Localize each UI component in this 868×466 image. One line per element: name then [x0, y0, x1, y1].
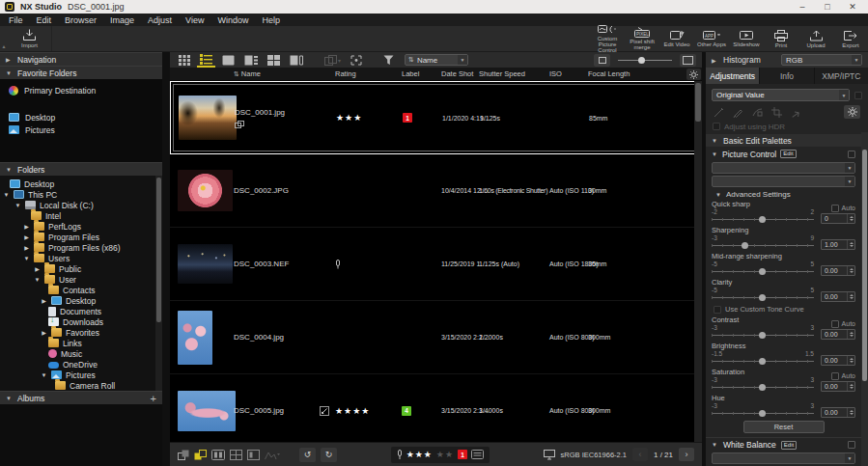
tree-item-desktop-user[interactable]: ▶Desktop	[0, 295, 162, 306]
navigation-section-header[interactable]: ▶ Navigation	[0, 52, 162, 66]
menu-help[interactable]: Help	[255, 15, 287, 25]
mid-range-value[interactable]: 0.00	[821, 265, 855, 276]
favorite-primary-destination[interactable]: Primary Destination	[0, 84, 162, 96]
close-button[interactable]: ✕	[842, 2, 863, 12]
tab-adjustments[interactable]: Adjustments	[706, 68, 759, 84]
photo-thumbnail[interactable]	[179, 96, 237, 140]
favorite-pictures[interactable]: Pictures	[0, 123, 162, 136]
brightness-value[interactable]: 0.00	[821, 355, 855, 366]
tree-item-intel[interactable]: Intel	[0, 210, 162, 221]
tab-xmp-iptc[interactable]: XMP/IPTC	[815, 68, 868, 84]
mid-range-slider[interactable]	[712, 267, 814, 276]
tree-item-contacts[interactable]: Contacts	[0, 285, 162, 295]
folders-section-header[interactable]: ▼ Folders	[0, 162, 162, 176]
saturation-slider[interactable]	[712, 383, 814, 392]
quick-sharp-value[interactable]: 0	[821, 213, 855, 224]
stepper-icon[interactable]	[847, 240, 854, 249]
tree-item-documents[interactable]: Documents	[0, 306, 162, 316]
group-pairs-icon-active[interactable]	[194, 450, 207, 460]
brightness-slider[interactable]	[712, 357, 814, 366]
export-button[interactable]: Export	[833, 26, 868, 51]
tree-item-public[interactable]: ▶Public	[0, 263, 162, 274]
filmstrip-toggle-icon[interactable]	[211, 450, 225, 460]
stepper-icon[interactable]	[847, 214, 854, 223]
tree-item-camera-roll[interactable]: Camera Roll	[0, 380, 162, 391]
rotate-cw-button[interactable]: ↻	[321, 448, 337, 462]
quick-sharp-slider[interactable]	[712, 215, 814, 224]
column-name[interactable]: ⇅ Name	[234, 69, 335, 78]
menu-image[interactable]: Image	[103, 15, 141, 25]
slider-handle[interactable]	[759, 384, 766, 391]
slideshow-button[interactable]: Slideshow	[729, 26, 764, 51]
menu-browser[interactable]: Browser	[58, 15, 103, 25]
panel-settings-button[interactable]	[844, 105, 860, 119]
menu-adjust[interactable]: Adjust	[141, 15, 179, 25]
column-date-shot[interactable]: Date Shot	[441, 69, 479, 78]
multi-view-button[interactable]	[265, 52, 283, 68]
rating-stars[interactable]: ★★★	[336, 113, 362, 123]
photo-list-scrollbar[interactable]	[694, 81, 702, 442]
expand-arrow-icon[interactable]: ▶	[34, 265, 41, 272]
pixel-shift-merge-button[interactable]: PIXEL Pixel shift merge	[625, 26, 659, 51]
photo-row[interactable]: DSC_0003.NEF 11/25/2019 1… 1/125s (Auto)…	[170, 228, 702, 301]
fullscreen-button[interactable]	[348, 52, 365, 68]
slider-handle[interactable]	[759, 358, 766, 365]
histogram-header[interactable]: ▶ Histogram RGB▼	[706, 52, 868, 68]
stepper-icon[interactable]	[847, 266, 854, 275]
tree-item-perflogs[interactable]: ▶PerfLogs	[0, 221, 162, 232]
menu-view[interactable]: View	[179, 15, 210, 25]
slider-handle[interactable]	[759, 216, 766, 223]
label-badge[interactable]: 4	[402, 406, 411, 416]
tree-item-program-files-x86[interactable]: ▶Program Files (x86)	[0, 242, 162, 253]
add-album-button[interactable]: +	[151, 394, 156, 403]
slider-handle[interactable]	[759, 294, 766, 301]
saturation-auto-checkbox[interactable]	[831, 372, 839, 380]
expand-arrow-icon[interactable]: ▶	[41, 329, 47, 336]
stepper-icon[interactable]	[847, 356, 854, 365]
hue-value[interactable]: 0.00	[821, 407, 855, 418]
column-iso[interactable]: ISO	[549, 69, 588, 78]
rating-stars[interactable]: ★★★★	[335, 406, 370, 416]
advanced-settings-header[interactable]: ▼ Advanced Settings	[706, 189, 861, 200]
menu-window[interactable]: Window	[210, 15, 255, 25]
picture-control-header[interactable]: ▼ Picture Control Edit	[706, 147, 861, 161]
photo-info-view-button[interactable]	[241, 52, 261, 68]
expand-arrow-icon[interactable]: ▶	[41, 297, 47, 304]
clarity-slider[interactable]	[712, 293, 814, 302]
tree-item-links[interactable]: Links	[0, 338, 162, 348]
photo-thumbnail[interactable]	[178, 244, 233, 284]
edit-badge[interactable]: Edit	[781, 441, 797, 450]
favorite-folders-section-header[interactable]: ▼ Favorite Folders	[0, 66, 162, 79]
picture-control-dropdown-1[interactable]: ▼	[712, 162, 855, 174]
protect-icon[interactable]	[397, 450, 403, 460]
import-button[interactable]: Import	[8, 26, 52, 51]
tree-item-onedrive[interactable]: OneDrive	[0, 359, 162, 370]
panel-scrollbar[interactable]	[861, 132, 868, 466]
tree-item-program-files[interactable]: ▶Program Files	[0, 232, 162, 242]
basic-edit-palettes-header[interactable]: ▼ Basic Edit Palettes	[706, 134, 861, 147]
photo-row[interactable]: DSC_0002.JPG 10/4/2014 12:… 1/60s (Elect…	[170, 154, 702, 228]
tree-item-favorites[interactable]: ▶Favorites	[0, 327, 162, 338]
white-balance-dropdown[interactable]: ▼	[712, 452, 855, 464]
tree-item-users[interactable]: ▼Users	[0, 253, 162, 263]
thumbnail-small-button[interactable]	[594, 54, 610, 67]
thumbnail-size-slider[interactable]	[618, 54, 672, 66]
maximize-button[interactable]: □	[817, 2, 838, 12]
expand-arrow-icon[interactable]: ▶	[23, 244, 30, 251]
picture-control-checkbox[interactable]	[848, 151, 855, 158]
rotate-ccw-button[interactable]: ↺	[299, 448, 316, 462]
column-shutter-speed[interactable]: Shutter Speed	[479, 69, 549, 78]
column-settings-button[interactable]	[686, 69, 701, 80]
custom-picture-control-button[interactable]: Custom Picture Control	[590, 26, 625, 51]
tree-item-user[interactable]: ▼User	[0, 274, 162, 285]
tab-info[interactable]: Info	[760, 68, 813, 84]
tree-item-desktop[interactable]: Desktop	[0, 178, 162, 189]
rating-stars-lit[interactable]: ★★★	[406, 450, 433, 459]
expand-arrow-icon[interactable]: ▼	[34, 277, 41, 283]
albums-section-header[interactable]: ▼ Albums +	[0, 391, 162, 404]
expand-arrow-icon[interactable]: ▶	[23, 223, 30, 230]
hue-slider[interactable]	[712, 409, 814, 418]
photo-thumbnail[interactable]	[178, 170, 233, 211]
photo-view-button[interactable]	[219, 52, 238, 68]
next-image-button[interactable]: ›	[679, 448, 694, 461]
